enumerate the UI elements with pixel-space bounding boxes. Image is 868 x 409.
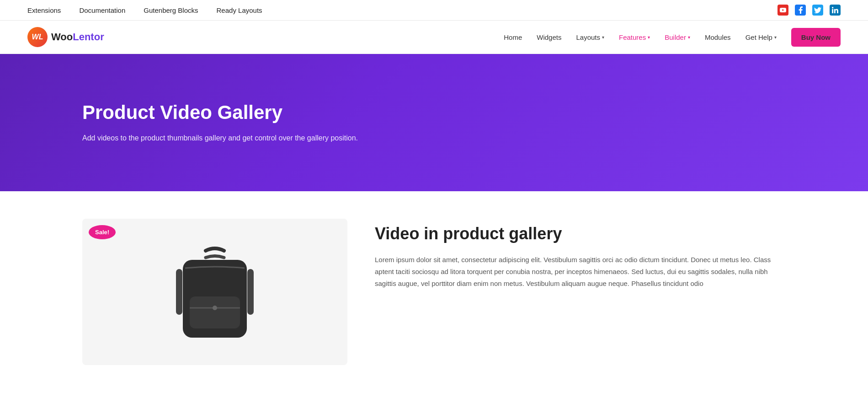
linkedin-icon[interactable] — [830, 5, 841, 16]
topbar-link-ready-layouts[interactable]: Ready Layouts — [217, 6, 262, 14]
logo-icon: WL — [27, 27, 48, 47]
product-image-placeholder — [155, 232, 274, 351]
product-info-text: Lorem ipsum dolor sit amet, consectetur … — [375, 254, 786, 290]
svg-rect-4 — [176, 269, 182, 315]
top-bar: Extensions Documentation Gutenberg Block… — [0, 0, 868, 21]
nav-home[interactable]: Home — [504, 33, 522, 41]
hero-banner: Product Video Gallery Add videos to the … — [0, 54, 868, 191]
youtube-icon[interactable] — [777, 5, 788, 16]
nav-get-help[interactable]: Get Help ▾ — [746, 33, 777, 41]
product-image-area: Sale! — [82, 219, 347, 365]
nav-builder[interactable]: Builder ▾ — [665, 33, 690, 41]
layouts-dropdown-arrow: ▾ — [602, 35, 604, 40]
twitter-icon[interactable] — [812, 5, 823, 16]
svg-rect-5 — [247, 269, 254, 315]
content-section: Sale! — [0, 191, 868, 393]
nav-modules[interactable]: Modules — [705, 33, 731, 41]
main-nav-links: Home Widgets Layouts ▾ Features ▾ Builde… — [504, 28, 841, 47]
top-bar-social — [777, 5, 841, 16]
topbar-link-gutenberg-blocks[interactable]: Gutenberg Blocks — [144, 6, 198, 14]
get-help-dropdown-arrow: ▾ — [774, 35, 777, 40]
logo-text: WooLentor — [51, 31, 104, 43]
logo-lentor: Lentor — [73, 31, 104, 43]
backpack-illustration — [165, 242, 265, 351]
svg-rect-1 — [190, 296, 240, 328]
top-bar-nav: Extensions Documentation Gutenberg Block… — [27, 6, 262, 14]
builder-dropdown-arrow: ▾ — [688, 35, 690, 40]
topbar-link-documentation[interactable]: Documentation — [79, 6, 125, 14]
main-nav: WL WooLentor Home Widgets Layouts ▾ Feat… — [0, 21, 868, 54]
hero-title: Product Video Gallery — [82, 101, 786, 124]
site-logo[interactable]: WL WooLentor — [27, 27, 104, 47]
nav-widgets[interactable]: Widgets — [537, 33, 561, 41]
nav-layouts[interactable]: Layouts ▾ — [576, 33, 604, 41]
topbar-link-extensions[interactable]: Extensions — [27, 6, 61, 14]
hero-description: Add videos to the product thumbnails gal… — [82, 132, 375, 144]
buy-now-button[interactable]: Buy Now — [791, 28, 841, 47]
svg-point-3 — [213, 306, 217, 310]
facebook-icon[interactable] — [795, 5, 806, 16]
logo-woo: Woo — [51, 31, 73, 43]
product-info-title: Video in product gallery — [375, 223, 786, 245]
product-info: Video in product gallery Lorem ipsum dol… — [375, 219, 786, 290]
features-dropdown-arrow: ▾ — [648, 35, 650, 40]
nav-features[interactable]: Features ▾ — [619, 33, 650, 41]
sale-badge: Sale! — [89, 225, 116, 239]
